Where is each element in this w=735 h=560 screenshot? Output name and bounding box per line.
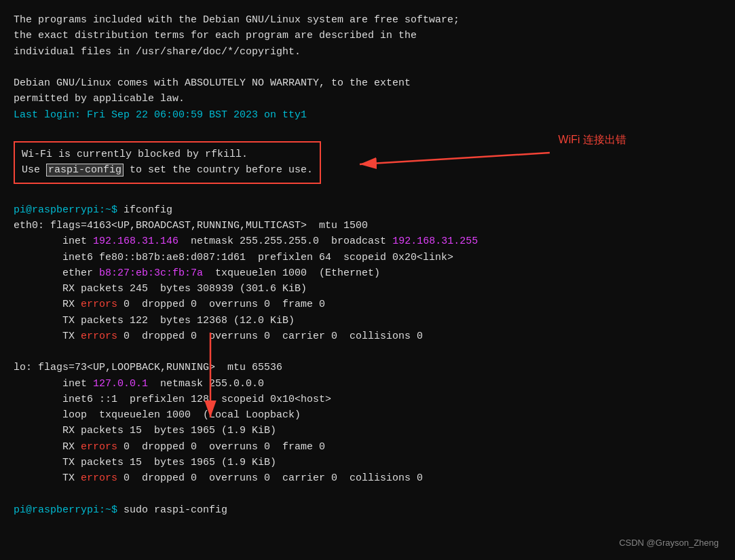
lo-tx-errors: TX errors 0 dropped 0 overruns 0 carrier…: [14, 470, 721, 486]
line-3: individual files in /usr/share/doc/*/cop…: [14, 44, 721, 60]
wifi-line-2: Use raspi-config to set the country befo…: [22, 162, 313, 178]
lo-tx-packets: TX packets 15 bytes 1965 (1.9 KiB): [14, 455, 721, 470]
lo-inet: inet 127.0.0.1 netmask 255.0.0.0: [14, 376, 721, 392]
line-4: Debian GNU/Linux comes with ABSOLUTELY N…: [14, 75, 721, 91]
raspi-config-highlight: raspi-config: [46, 164, 124, 176]
terminal-output: The programs included with the Debian GN…: [14, 12, 721, 518]
wifi-error-box: Wi-Fi is currently blocked by rfkill. Us…: [14, 141, 321, 184]
eth0-tx-errors: TX errors 0 dropped 0 overruns 0 carrier…: [14, 329, 721, 344]
eth0-tx-packets: TX packets 122 bytes 12368 (12.0 KiB): [14, 313, 721, 329]
csdn-watermark: CSDN @Grayson_Zheng: [619, 538, 719, 548]
eth0-flags: eth0: flags=4163<UP,BROADCAST,RUNNING,MU…: [14, 218, 721, 234]
wifi-annotation-label: WiFi 连接出错: [559, 133, 626, 147]
eth0-rx-errors: RX errors 0 dropped 0 overruns 0 frame 0: [14, 297, 721, 312]
wifi-line-1: Wi-Fi is currently blocked by rfkill.: [22, 147, 313, 162]
line-blank-3: [14, 187, 721, 202]
eth0-inet: inet 192.168.31.146 netmask 255.255.255.…: [14, 234, 721, 249]
eth0-rx-packets: RX packets 245 bytes 308939 (301.6 KiB): [14, 281, 721, 297]
line-blank-5: [14, 486, 721, 502]
eth0-inet6: inet6 fe80::b87b:ae8:d087:1d61 prefixlen…: [14, 250, 721, 265]
line-1: The programs included with the Debian GN…: [14, 12, 721, 28]
line-2: the exact distribution terms for each pr…: [14, 28, 721, 43]
ifconfig-command: pi@raspberrypi:~$ ifconfig: [14, 202, 721, 218]
lo-flags: lo: flags=73<UP,LOOPBACK,RUNNING> mtu 65…: [14, 360, 721, 375]
eth0-ether: ether b8:27:eb:3c:fb:7a txqueuelen 1000 …: [14, 265, 721, 281]
line-blank-4: [14, 344, 721, 360]
lo-rx-packets: RX packets 15 bytes 1965 (1.9 KiB): [14, 423, 721, 438]
lo-inet6: inet6 ::1 prefixlen 128 scopeid 0x10<hos…: [14, 392, 721, 407]
line-blank-1: [14, 60, 721, 75]
lo-loop: loop txqueuelen 1000 (Local Loopback): [14, 407, 721, 423]
lo-rx-errors: RX errors 0 dropped 0 overruns 0 frame 0: [14, 439, 721, 455]
line-last-login: Last login: Fri Sep 22 06:00:59 BST 2023…: [14, 107, 721, 123]
sudo-raspi-command: pi@raspberrypi:~$ sudo raspi-config: [14, 502, 721, 518]
line-5: permitted by applicable law.: [14, 91, 721, 107]
